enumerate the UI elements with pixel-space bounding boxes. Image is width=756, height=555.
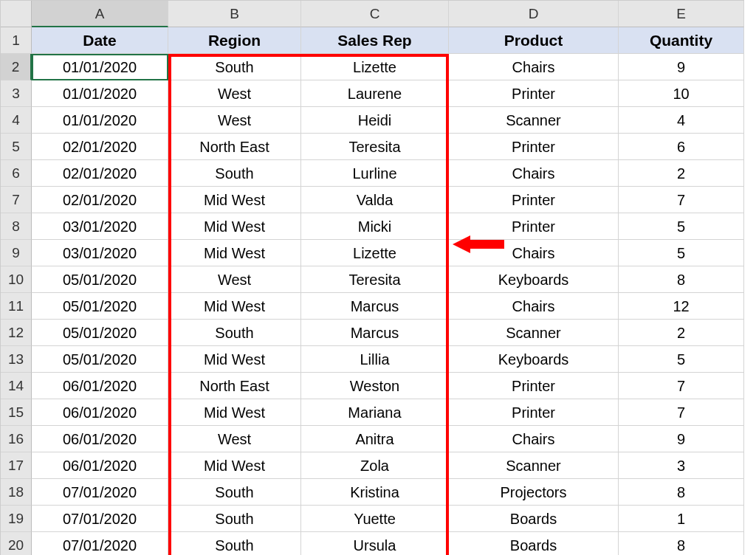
cell[interactable]: 07/01/2020 xyxy=(32,532,168,555)
row-header[interactable]: 12 xyxy=(1,320,32,346)
row-header[interactable]: 5 xyxy=(1,134,32,160)
cell[interactable]: 5 xyxy=(619,240,744,266)
cell[interactable]: 05/01/2020 xyxy=(32,320,168,346)
cell[interactable]: Mid West xyxy=(168,346,301,373)
select-all-corner[interactable] xyxy=(1,1,32,27)
cell[interactable]: Chairs xyxy=(449,160,619,187)
cell[interactable]: 05/01/2020 xyxy=(32,266,168,293)
cell[interactable]: Printer xyxy=(449,80,619,107)
header-cell[interactable]: Product xyxy=(449,27,619,54)
cell[interactable]: Anitra xyxy=(301,426,449,452)
cell[interactable]: Micki xyxy=(301,213,449,240)
cell[interactable]: 7 xyxy=(619,373,744,399)
row-header[interactable]: 3 xyxy=(1,80,32,107)
cell[interactable]: Mariana xyxy=(301,399,449,426)
cell[interactable]: Chairs xyxy=(449,240,619,266)
cell[interactable]: 03/01/2020 xyxy=(32,240,168,266)
row-header[interactable]: 9 xyxy=(1,240,32,266)
row-header[interactable]: 17 xyxy=(1,452,32,479)
cell[interactable]: 4 xyxy=(619,107,744,134)
cell[interactable]: 07/01/2020 xyxy=(32,506,168,532)
cell-A2[interactable]: 01/01/2020 xyxy=(32,54,168,80)
cell[interactable]: Mid West xyxy=(168,213,301,240)
cell[interactable]: West xyxy=(168,107,301,134)
spreadsheet-grid[interactable]: A B C D E 1 Date Region Sales Rep Produc… xyxy=(0,0,744,555)
row-header[interactable]: 4 xyxy=(1,107,32,134)
cell[interactable]: Yuette xyxy=(301,506,449,532)
column-header-E[interactable]: E xyxy=(619,1,744,27)
cell[interactable]: Boards xyxy=(449,532,619,555)
cell[interactable]: North East xyxy=(168,373,301,399)
cell[interactable]: Heidi xyxy=(301,107,449,134)
column-header-C[interactable]: C xyxy=(301,1,449,27)
cell[interactable]: 5 xyxy=(619,213,744,240)
row-header[interactable]: 2 xyxy=(1,54,32,80)
cell[interactable]: Marcus xyxy=(301,320,449,346)
row-header[interactable]: 6 xyxy=(1,160,32,187)
cell[interactable]: 8 xyxy=(619,532,744,555)
cell[interactable]: South xyxy=(168,479,301,506)
column-header-D[interactable]: D xyxy=(449,1,619,27)
cell[interactable]: South xyxy=(168,160,301,187)
cell[interactable]: 05/01/2020 xyxy=(32,346,168,373)
cell[interactable]: Chairs xyxy=(449,54,619,80)
cell[interactable]: Scanner xyxy=(449,452,619,479)
cell[interactable]: Printer xyxy=(449,373,619,399)
cell[interactable]: 06/01/2020 xyxy=(32,373,168,399)
cell[interactable]: Mid West xyxy=(168,293,301,320)
cell[interactable]: South xyxy=(168,320,301,346)
cell[interactable]: Mid West xyxy=(168,452,301,479)
cell[interactable]: Printer xyxy=(449,399,619,426)
cell[interactable]: Printer xyxy=(449,187,619,213)
cell[interactable]: 03/01/2020 xyxy=(32,213,168,240)
cell[interactable]: Keyboards xyxy=(449,346,619,373)
cell[interactable]: West xyxy=(168,426,301,452)
row-header[interactable]: 7 xyxy=(1,187,32,213)
cell[interactable]: Projectors xyxy=(449,479,619,506)
column-header-A[interactable]: A xyxy=(32,1,168,27)
row-header[interactable]: 15 xyxy=(1,399,32,426)
cell[interactable]: 12 xyxy=(619,293,744,320)
cell[interactable]: 5 xyxy=(619,346,744,373)
cell[interactable]: Chairs xyxy=(449,293,619,320)
cell[interactable]: Scanner xyxy=(449,107,619,134)
cell[interactable]: Marcus xyxy=(301,293,449,320)
row-header[interactable]: 13 xyxy=(1,346,32,373)
cell[interactable]: 7 xyxy=(619,187,744,213)
cell[interactable]: Zola xyxy=(301,452,449,479)
row-header[interactable]: 8 xyxy=(1,213,32,240)
cell[interactable]: Boards xyxy=(449,506,619,532)
cell[interactable]: 8 xyxy=(619,266,744,293)
cell[interactable]: 9 xyxy=(619,54,744,80)
row-header[interactable]: 11 xyxy=(1,293,32,320)
cell[interactable]: Keyboards xyxy=(449,266,619,293)
header-cell[interactable]: Sales Rep xyxy=(301,27,449,54)
cell[interactable]: Ursula xyxy=(301,532,449,555)
cell[interactable]: 06/01/2020 xyxy=(32,452,168,479)
column-header-B[interactable]: B xyxy=(168,1,301,27)
row-header[interactable]: 18 xyxy=(1,479,32,506)
header-cell[interactable]: Date xyxy=(32,27,168,54)
cell[interactable]: Kristina xyxy=(301,479,449,506)
header-cell[interactable]: Region xyxy=(168,27,301,54)
cell[interactable]: Printer xyxy=(449,134,619,160)
row-header[interactable]: 14 xyxy=(1,373,32,399)
cell[interactable]: 06/01/2020 xyxy=(32,399,168,426)
cell[interactable]: 6 xyxy=(619,134,744,160)
cell[interactable]: Lizette xyxy=(301,54,449,80)
cell[interactable]: 06/01/2020 xyxy=(32,426,168,452)
cell[interactable]: Teresita xyxy=(301,134,449,160)
cell[interactable]: 10 xyxy=(619,80,744,107)
cell[interactable]: 2 xyxy=(619,320,744,346)
cell[interactable]: 8 xyxy=(619,479,744,506)
cell[interactable]: South xyxy=(168,506,301,532)
cell[interactable]: West xyxy=(168,266,301,293)
cell[interactable]: 01/01/2020 xyxy=(32,107,168,134)
cell[interactable]: 07/01/2020 xyxy=(32,479,168,506)
header-cell[interactable]: Quantity xyxy=(619,27,744,54)
cell[interactable]: Printer xyxy=(449,213,619,240)
cell[interactable]: South xyxy=(168,532,301,555)
cell[interactable]: 3 xyxy=(619,452,744,479)
cell[interactable]: North East xyxy=(168,134,301,160)
cell[interactable]: South xyxy=(168,54,301,80)
